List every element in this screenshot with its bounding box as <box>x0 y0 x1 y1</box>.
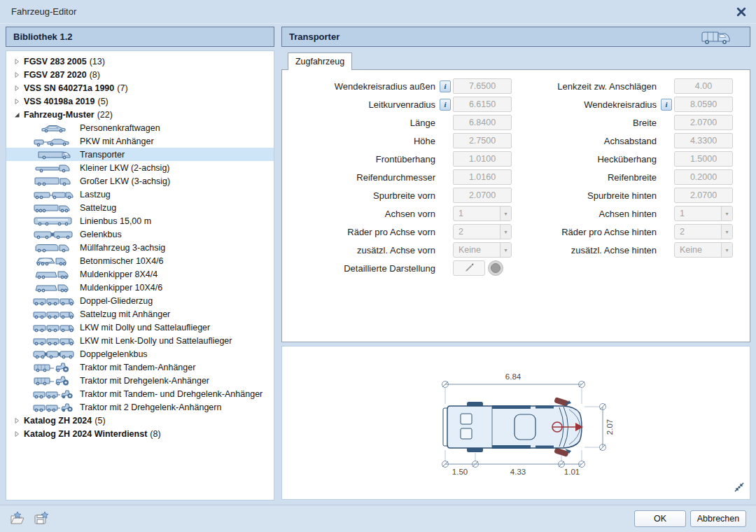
field-input[interactable]: 0.2000 <box>674 169 733 185</box>
tree-item[interactable]: LKW mit Dolly und Sattelauflieger <box>6 321 274 334</box>
save-library-icon[interactable] <box>34 511 50 528</box>
library-tree[interactable]: FGSV 283 2005(13)FGSV 287 2020(8)VSS SN … <box>6 50 274 500</box>
dim-wheelbase: 4.33 <box>510 468 526 476</box>
chevron-down-icon[interactable]: ▾ <box>721 243 732 257</box>
double-road-train-icon <box>30 309 78 320</box>
double-road-train-icon <box>30 335 78 346</box>
vehicle-header: Transporter <box>281 27 750 47</box>
tree-item[interactable]: Gelenkbus <box>6 227 274 241</box>
tree-group[interactable]: Katalog ZH 2024(5) <box>6 414 274 427</box>
tree-item-label: Sattelzug <box>80 203 116 213</box>
field-select[interactable]: 1▾ <box>453 206 512 221</box>
field-select[interactable]: Keine▾ <box>453 242 512 258</box>
tree-group[interactable]: VSS SN 640271a 1990(7) <box>6 81 274 94</box>
expand-icon[interactable] <box>13 85 24 92</box>
tree-item-label: Traktor mit Tandem-Anhänger <box>80 363 195 372</box>
tree-item[interactable]: Personenkraftwagen <box>6 121 274 134</box>
tractor-trailer-icon <box>30 375 78 386</box>
tree-item[interactable]: Doppelgelenkbus <box>6 347 274 360</box>
tree-item[interactable]: Muldenkipper 10X4/6 <box>6 281 274 294</box>
tree-item-label: Transporter <box>80 150 125 160</box>
tree-item[interactable]: Transporter <box>6 148 274 161</box>
tree-item[interactable]: PKW mit Anhänger <box>6 134 274 148</box>
select-value: 1 <box>454 209 500 218</box>
chevron-down-icon[interactable]: ▾ <box>500 206 511 220</box>
chevron-down-icon[interactable]: ▾ <box>500 225 511 239</box>
tree-group[interactable]: FGSV 287 2020(8) <box>6 68 274 81</box>
fit-view-icon[interactable] <box>734 482 745 496</box>
field-input[interactable]: 1.0100 <box>453 151 512 167</box>
field-input[interactable]: 7.6500 <box>453 78 512 94</box>
tree-item[interactable]: Traktor mit Tandem- und Drehgelenk-Anhän… <box>6 387 274 400</box>
expand-icon[interactable] <box>13 71 24 78</box>
tree-group[interactable]: Fahrzeug-Muster(22) <box>6 108 274 121</box>
chevron-down-icon[interactable]: ▾ <box>721 206 732 220</box>
field-input[interactable]: 2.0700 <box>674 115 733 130</box>
chevron-down-icon[interactable]: ▾ <box>500 243 511 257</box>
edit-pen-button[interactable] <box>453 260 485 276</box>
field-input[interactable]: 2.0700 <box>674 188 733 203</box>
tree-group[interactable]: FGSV 283 2005(13) <box>6 55 274 68</box>
field-input[interactable]: 1.0160 <box>453 169 512 185</box>
tree-item[interactable]: Lastzug <box>6 188 274 201</box>
tab-zugfahrzeug[interactable]: Zugfahrzeug <box>288 52 352 70</box>
tree-group-count: (5) <box>94 416 105 426</box>
info-icon[interactable]: i <box>440 99 451 110</box>
field-select[interactable]: 2▾ <box>674 224 733 239</box>
field-input[interactable]: 1.5000 <box>674 151 733 167</box>
tree-item[interactable]: Linienbus 15,00 m <box>6 214 274 227</box>
color-indicator-button[interactable] <box>488 260 503 276</box>
color-dot <box>491 263 500 273</box>
expand-icon[interactable] <box>13 58 24 65</box>
info-icon[interactable]: i <box>440 80 451 92</box>
tree-item[interactable]: Muldenkipper 8X4/4 <box>6 267 274 281</box>
collapse-icon[interactable] <box>13 111 24 118</box>
tree-group-count: (5) <box>97 97 108 106</box>
field-label: Achsen hinten <box>528 209 657 219</box>
field-input[interactable]: 8.0590 <box>674 97 733 112</box>
cancel-button[interactable]: Abbrechen <box>690 510 746 527</box>
tree-group[interactable]: VSS 40198a 2019(5) <box>6 94 274 108</box>
open-library-icon[interactable] <box>10 511 27 528</box>
ok-button[interactable]: OK <box>634 510 686 527</box>
info-icon[interactable]: i <box>661 99 672 110</box>
tree-item[interactable]: Müllfahrzeug 3-achsig <box>6 241 274 254</box>
field-label: zusätzl. Achse vorn <box>286 245 435 255</box>
field-select[interactable]: 1▾ <box>674 206 733 221</box>
tree-item[interactable]: Doppel-Gliederzug <box>6 294 274 307</box>
tree-item[interactable]: Betonmischer 10X4/6 <box>6 254 274 267</box>
tree-item[interactable]: Traktor mit 2 Drehgelenk-Anhängern <box>6 400 274 414</box>
tree-item[interactable]: Traktor mit Drehgelenk-Anhänger <box>6 374 274 387</box>
form-row: Hecküberhang1.5000 <box>528 150 733 168</box>
info-badge: i <box>440 80 451 92</box>
field-select[interactable]: 2▾ <box>453 224 512 239</box>
field-input[interactable]: 4.00 <box>674 78 733 94</box>
library-header: Bibliothek 1.2 <box>6 27 274 47</box>
double-road-train-icon <box>30 295 78 307</box>
field-input[interactable]: 6.8400 <box>453 115 512 130</box>
field-label: Hecküberhang <box>528 154 657 164</box>
dim-length: 6.84 <box>505 372 522 381</box>
info-spacer <box>661 153 672 164</box>
field-input[interactable]: 6.6150 <box>453 97 512 112</box>
expand-icon[interactable] <box>13 430 24 438</box>
tree-item[interactable]: Kleiner LKW (2-achsig) <box>6 161 274 174</box>
form-row: Wendekreisradius außeni7.6500 <box>286 77 512 95</box>
tree-item[interactable]: Großer LKW (3-achsig) <box>6 174 274 188</box>
field-select[interactable]: Keine▾ <box>674 242 733 258</box>
tree-item[interactable]: LKW mit Lenk-Dolly und Sattelauflieger <box>6 334 274 347</box>
tree-group[interactable]: Katalog ZH 2024 Winterdienst(8) <box>6 427 274 440</box>
chevron-down-icon[interactable]: ▾ <box>721 225 732 239</box>
tree-item[interactable]: Traktor mit Tandem-Anhänger <box>6 360 274 374</box>
tree-group-label: Katalog ZH 2024 <box>24 416 92 426</box>
tree-item[interactable]: Sattelzug <box>6 201 274 214</box>
info-spacer <box>440 208 451 219</box>
expand-icon[interactable] <box>13 417 24 424</box>
expand-icon[interactable] <box>13 98 24 105</box>
vehicle-preview-panel: 6.84 1.50 4.33 1.01 2.07 <box>281 346 750 500</box>
field-input[interactable]: 2.0700 <box>453 188 512 203</box>
tree-item[interactable]: Sattelzug mit Anhänger <box>6 307 274 321</box>
close-icon[interactable] <box>735 6 748 18</box>
field-input[interactable]: 2.7500 <box>453 133 512 148</box>
field-input[interactable]: 4.3300 <box>674 133 733 148</box>
